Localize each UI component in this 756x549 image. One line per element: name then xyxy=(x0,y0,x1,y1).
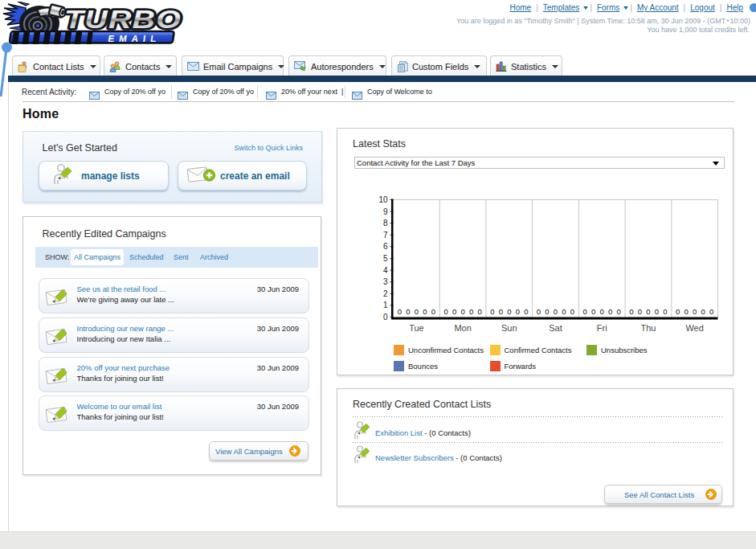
svg-text:0: 0 xyxy=(415,307,419,316)
svg-text:0: 0 xyxy=(562,307,566,316)
svg-text:8: 8 xyxy=(383,219,388,227)
svg-text:0: 0 xyxy=(591,307,595,316)
svg-text:0: 0 xyxy=(646,307,650,316)
svg-text:TURBO: TURBO xyxy=(64,6,182,34)
svg-text:5: 5 xyxy=(383,254,388,263)
svg-text:0: 0 xyxy=(655,307,659,316)
svg-text:4: 4 xyxy=(383,266,388,275)
svg-text:0: 0 xyxy=(398,307,402,316)
svg-text:Sat: Sat xyxy=(549,323,562,333)
svg-text:0: 0 xyxy=(663,307,667,316)
svg-text:0: 0 xyxy=(460,307,464,316)
svg-text:0: 0 xyxy=(638,307,642,316)
svg-text:Mon: Mon xyxy=(454,323,471,333)
svg-text:Thu: Thu xyxy=(640,323,656,333)
svg-text:9: 9 xyxy=(383,207,388,216)
svg-text:0: 0 xyxy=(545,307,549,316)
svg-text:0: 0 xyxy=(608,307,612,316)
svg-text:0: 0 xyxy=(583,307,587,316)
svg-text:0: 0 xyxy=(452,307,456,316)
svg-text:3: 3 xyxy=(383,277,388,286)
svg-text:6: 6 xyxy=(383,242,388,251)
svg-text:0: 0 xyxy=(477,307,481,316)
svg-text:Sun: Sun xyxy=(501,323,517,333)
svg-text:0: 0 xyxy=(693,307,697,316)
svg-text:Fri: Fri xyxy=(597,323,607,333)
svg-text:0: 0 xyxy=(490,307,494,316)
svg-text:0: 0 xyxy=(443,307,447,316)
svg-text:0: 0 xyxy=(406,307,410,316)
svg-text:0: 0 xyxy=(617,307,621,316)
svg-text:0: 0 xyxy=(524,307,528,316)
svg-text:0: 0 xyxy=(383,313,388,322)
svg-text:0: 0 xyxy=(499,307,503,316)
svg-text:0: 0 xyxy=(423,307,427,316)
svg-text:10: 10 xyxy=(378,195,388,204)
svg-text:0: 0 xyxy=(684,307,688,316)
svg-text:Wed: Wed xyxy=(685,323,703,333)
svg-text:0: 0 xyxy=(570,307,574,316)
svg-text:0: 0 xyxy=(516,307,520,316)
svg-text:0: 0 xyxy=(554,307,558,316)
svg-text:0: 0 xyxy=(629,307,633,316)
svg-text:0: 0 xyxy=(537,307,541,316)
svg-text:0: 0 xyxy=(431,307,435,316)
svg-text:0: 0 xyxy=(600,307,604,316)
svg-text:0: 0 xyxy=(709,307,713,316)
svg-text:EMAIL: EMAIL xyxy=(108,34,161,43)
svg-text:0: 0 xyxy=(676,307,680,316)
svg-text:0: 0 xyxy=(507,307,511,316)
svg-text:2: 2 xyxy=(383,289,388,298)
svg-text:Tue: Tue xyxy=(409,323,424,333)
svg-text:0: 0 xyxy=(469,307,473,316)
svg-text:1: 1 xyxy=(383,301,388,309)
svg-text:0: 0 xyxy=(701,307,705,316)
svg-text:7: 7 xyxy=(383,231,388,240)
